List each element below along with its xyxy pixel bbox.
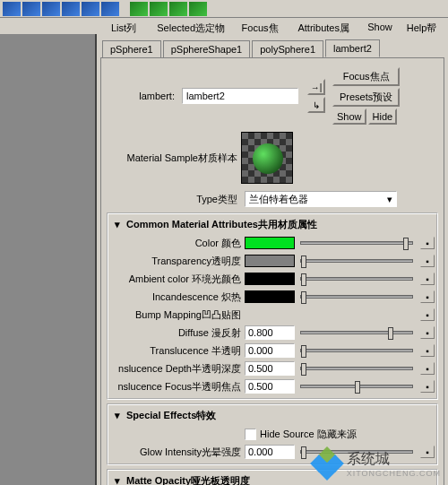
transparency-slider[interactable] — [300, 259, 413, 263]
toolbar-icon[interactable] — [169, 2, 187, 16]
type-value: 兰伯特着色器 — [249, 193, 308, 206]
go-down-icon[interactable]: ↳ — [307, 97, 325, 113]
sample-label: Material Sample材质样本 — [107, 152, 241, 165]
node-tabs: pSphere1 pSphereShape1 polySphere1 lambe… — [97, 34, 448, 57]
toolbar-icon[interactable] — [3, 2, 21, 16]
diffuse-input[interactable] — [245, 325, 295, 340]
hide-source-label: Hide Source 隐藏来源 — [260, 428, 357, 441]
tab-polysphere1[interactable]: polySphere1 — [252, 40, 323, 57]
toolbar-icon[interactable] — [101, 2, 119, 16]
bump-label: Bump Mapping凹凸贴图 — [110, 308, 245, 322]
node-panel: lambert: →| ↳ Focus焦点 Presets预设 Show Hid… — [100, 57, 444, 485]
hide-source-checkbox[interactable] — [245, 429, 256, 440]
map-button[interactable]: ▪ — [420, 380, 435, 393]
ambient-chip[interactable] — [245, 273, 295, 285]
collapse-arrow-icon: ▾ — [112, 476, 123, 486]
map-button[interactable]: ▪ — [420, 308, 435, 321]
diffuse-slider[interactable] — [300, 331, 413, 334]
section-title: Common Material Attributes共用材质属性 — [126, 218, 317, 231]
type-select[interactable]: 兰伯特着色器 ▾ — [245, 191, 397, 207]
trans-depth-input[interactable] — [245, 361, 295, 376]
ambient-label: Ambient color 环境光颜色 — [110, 273, 245, 286]
node-name-input[interactable] — [182, 88, 298, 104]
section-header-special[interactable]: ▾ Special Effects特效 — [110, 407, 435, 424]
map-button[interactable]: ▪ — [420, 446, 435, 458]
name-label: lambert: — [107, 91, 178, 101]
toolbar-icon[interactable] — [82, 2, 99, 16]
color-slider[interactable] — [300, 241, 413, 245]
section-matte-opacity: ▾ Matte Opacity哑光板透明度 哑光板不透明度模式 不透明度增益 哑… — [107, 469, 438, 485]
hide-button[interactable]: Hide — [368, 108, 398, 125]
viewport-pane[interactable] — [0, 34, 97, 485]
toolbar-icon[interactable] — [42, 2, 60, 16]
map-button[interactable]: ▪ — [420, 273, 435, 285]
glow-label: Glow Intensity光晕强度 — [110, 446, 245, 459]
attribute-editor: pSphere1 pSphereShape1 polySphere1 lambe… — [97, 34, 448, 485]
go-up-icon[interactable]: →| — [307, 79, 325, 95]
toolbar-icon[interactable] — [62, 2, 80, 16]
material-swatch[interactable] — [241, 132, 293, 184]
map-button[interactable]: ▪ — [420, 255, 435, 267]
incandescence-label: Incandescence 炽热 — [110, 290, 245, 304]
trans-depth-slider[interactable] — [300, 367, 413, 370]
section-special-effects: ▾ Special Effects特效 Hide Source 隐藏来源 Glo… — [107, 403, 438, 465]
focus-button[interactable]: Focus焦点 — [332, 67, 400, 86]
glow-input[interactable] — [245, 445, 295, 459]
translucence-input[interactable] — [245, 343, 295, 358]
trans-focus-input[interactable] — [245, 379, 295, 394]
map-button[interactable]: ▪ — [420, 237, 435, 249]
chevron-down-icon: ▾ — [387, 194, 392, 205]
map-button[interactable]: ▪ — [420, 326, 435, 339]
glow-slider[interactable] — [300, 450, 413, 454]
tab-psphere1[interactable]: pSphere1 — [102, 40, 161, 57]
presets-button[interactable]: Presets预设 — [332, 88, 400, 107]
type-label: Type类型 — [107, 193, 241, 206]
map-button[interactable]: ▪ — [420, 344, 435, 357]
section-header-matte[interactable]: ▾ Matte Opacity哑光板透明度 — [110, 472, 435, 485]
section-title: Matte Opacity哑光板透明度 — [126, 474, 250, 485]
tab-pspheresshape1[interactable]: pSphereShape1 — [163, 40, 251, 57]
collapse-arrow-icon: ▾ — [112, 411, 123, 421]
transparency-label: Transparency透明度 — [110, 255, 245, 268]
tab-lambert2[interactable]: lambert2 — [325, 39, 380, 57]
toolbar-icon[interactable] — [22, 2, 40, 16]
toolbar-icon[interactable] — [189, 2, 207, 16]
color-label: Color 颜色 — [110, 237, 245, 250]
map-button[interactable]: ▪ — [420, 290, 435, 303]
trans-focus-slider[interactable] — [300, 385, 413, 388]
trans-depth-label: nslucence Depth半透明深度 — [110, 362, 245, 376]
incandescence-chip[interactable] — [245, 290, 295, 303]
show-button[interactable]: Show — [332, 108, 366, 125]
toolbar-icon[interactable] — [130, 2, 148, 16]
collapse-arrow-icon: ▾ — [112, 220, 123, 230]
incandescence-slider[interactable] — [300, 295, 413, 299]
ambient-slider[interactable] — [300, 277, 413, 281]
color-chip[interactable] — [245, 237, 295, 249]
top-toolbar — [0, 0, 448, 18]
section-common-attributes: ▾ Common Material Attributes共用材质属性 Color… — [107, 212, 438, 400]
diffuse-label: Diffuse 漫反射 — [110, 326, 245, 340]
translucence-slider[interactable] — [300, 349, 413, 352]
translucence-label: Translucence 半透明 — [110, 344, 245, 358]
section-header-common[interactable]: ▾ Common Material Attributes共用材质属性 — [110, 216, 435, 233]
section-title: Special Effects特效 — [126, 409, 216, 422]
toolbar-icon[interactable] — [150, 2, 168, 16]
trans-focus-label: nslucence Focus半透明焦点 — [110, 380, 245, 394]
transparency-chip[interactable] — [245, 255, 295, 267]
map-button[interactable]: ▪ — [420, 362, 435, 375]
